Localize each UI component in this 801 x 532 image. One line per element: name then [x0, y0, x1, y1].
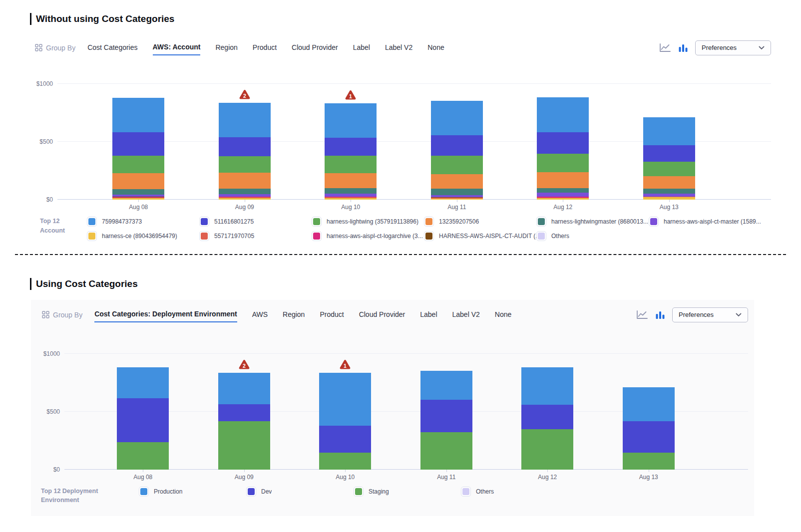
bar-segment[interactable]	[219, 173, 271, 189]
legend-item[interactable]: harness-lightwingmaster (8680013...	[536, 217, 649, 227]
legend-item[interactable]: harness-lightwing (357919113896)	[312, 217, 424, 227]
bar-segment[interactable]	[219, 103, 271, 137]
bar-segment[interactable]	[521, 367, 573, 405]
stacked-bar[interactable]	[325, 103, 377, 200]
bar-segment[interactable]	[319, 373, 371, 426]
tab-region[interactable]: Region	[283, 307, 305, 322]
bar-segment[interactable]	[112, 98, 164, 132]
tab-none[interactable]: None	[427, 40, 444, 55]
stacked-bar[interactable]	[643, 117, 695, 200]
bar-segment[interactable]	[537, 172, 589, 188]
preferences-button[interactable]: Preferences	[672, 307, 748, 322]
tab-product[interactable]: Product	[253, 40, 277, 55]
line-chart-toggle-icon[interactable]	[636, 310, 648, 320]
stacked-bar[interactable]	[521, 367, 573, 469]
preferences-button[interactable]: Preferences	[695, 40, 771, 55]
bar-chart-toggle-icon[interactable]	[655, 310, 665, 320]
bar-segment[interactable]	[623, 453, 675, 470]
tab-label[interactable]: Label	[353, 40, 370, 55]
bar-segment[interactable]	[537, 154, 589, 173]
bar-segment[interactable]	[218, 373, 270, 404]
tab-none[interactable]: None	[495, 307, 511, 322]
legend-item[interactable]: 132359207506	[424, 217, 536, 227]
bar-segment[interactable]	[117, 442, 169, 469]
tab-label-v2[interactable]: Label V2	[452, 307, 480, 322]
legend-item[interactable]: Production	[139, 487, 246, 497]
bar-segment[interactable]	[112, 156, 164, 173]
stacked-bar[interactable]	[112, 98, 164, 200]
stacked-bar[interactable]	[117, 367, 169, 469]
legend-item[interactable]: harness-aws-aispl-ct-master (1589...	[649, 217, 761, 227]
bar-segment[interactable]	[325, 138, 377, 156]
stacked-bar[interactable]	[431, 101, 483, 200]
bar-segment[interactable]	[431, 174, 483, 189]
bar-segment[interactable]	[325, 188, 377, 193]
legend-item[interactable]: 557171970705	[199, 231, 312, 241]
bar-segment[interactable]	[219, 137, 271, 156]
bar-segment[interactable]	[325, 156, 377, 173]
anomaly-badge[interactable]: 2	[239, 89, 251, 100]
legend-item[interactable]: harness-aws-aispl-ct-logarchive (3...	[312, 231, 424, 241]
bar-segment[interactable]	[218, 421, 270, 470]
tab-region[interactable]: Region	[215, 40, 237, 55]
anomaly-badge[interactable]: 2	[238, 359, 250, 370]
tab-aws-account[interactable]: AWS: Account	[153, 40, 201, 55]
legend-item[interactable]: Dev	[246, 487, 354, 497]
tab-cost-categories-deployment-environment[interactable]: Cost Categories: Deployment Environment	[94, 307, 237, 322]
bar-segment[interactable]	[537, 97, 589, 132]
bar-segment[interactable]	[112, 189, 164, 194]
bar-segment[interactable]	[623, 387, 675, 421]
anomaly-badge[interactable]: 1	[339, 359, 351, 370]
bar-segment[interactable]	[643, 162, 695, 177]
tab-cloud-provider[interactable]: Cloud Provider	[292, 40, 338, 55]
legend-item[interactable]: harness-ce (890436954479)	[87, 231, 199, 241]
tab-label-v2[interactable]: Label V2	[385, 40, 412, 55]
bar-segment[interactable]	[521, 405, 573, 429]
tab-cloud-provider[interactable]: Cloud Provider	[359, 307, 405, 322]
bar-segment[interactable]	[420, 432, 472, 469]
bar-segment[interactable]	[219, 156, 271, 173]
bar-segment[interactable]	[431, 156, 483, 174]
tab-label[interactable]: Label	[420, 307, 437, 322]
tab-cost-categories[interactable]: Cost Categories	[87, 40, 137, 55]
bar-segment[interactable]	[319, 453, 371, 470]
anomaly-badge[interactable]: 1	[345, 90, 357, 100]
bar-segment[interactable]	[521, 429, 573, 469]
stacked-bar[interactable]	[219, 103, 271, 199]
bar-segment[interactable]	[325, 173, 377, 189]
bar-segment[interactable]	[420, 371, 472, 400]
bar-segment[interactable]	[112, 132, 164, 156]
bar-segment[interactable]	[431, 189, 483, 195]
bar-segment[interactable]	[420, 400, 472, 432]
tab-product[interactable]: Product	[320, 307, 344, 322]
stacked-bar[interactable]	[319, 373, 371, 469]
bar-segment[interactable]	[431, 101, 483, 135]
legend-item[interactable]: 511616801275	[199, 217, 312, 227]
bar-segment[interactable]	[537, 132, 589, 154]
bar-segment[interactable]	[643, 117, 695, 145]
bar-segment[interactable]	[117, 398, 169, 442]
stacked-bar[interactable]	[420, 371, 472, 470]
bar-segment[interactable]	[219, 189, 271, 194]
bar-segment[interactable]	[537, 188, 589, 193]
bar-segment[interactable]	[325, 103, 377, 138]
bar-segment[interactable]	[537, 193, 589, 196]
bar-segment[interactable]	[643, 145, 695, 161]
line-chart-toggle-icon[interactable]	[659, 43, 671, 53]
bar-segment[interactable]	[623, 421, 675, 453]
stacked-bar[interactable]	[537, 97, 589, 199]
bar-segment[interactable]	[218, 404, 270, 421]
bar-segment[interactable]	[319, 426, 371, 453]
bar-segment[interactable]	[643, 189, 695, 194]
legend-item[interactable]: Others	[536, 231, 649, 241]
legend-item[interactable]: HARNESS-AWS-AISPL-CT-AUDIT (...	[424, 231, 536, 241]
tab-aws[interactable]: AWS	[252, 307, 268, 322]
bar-segment[interactable]	[643, 176, 695, 189]
legend-item[interactable]: 759984737373	[87, 217, 199, 227]
bar-segment[interactable]	[112, 173, 164, 189]
stacked-bar[interactable]	[623, 387, 675, 470]
stacked-bar[interactable]	[218, 373, 270, 469]
legend-item[interactable]: Staging	[354, 487, 461, 497]
legend-item[interactable]: Others	[461, 487, 568, 497]
bar-chart-toggle-icon[interactable]	[678, 43, 688, 53]
